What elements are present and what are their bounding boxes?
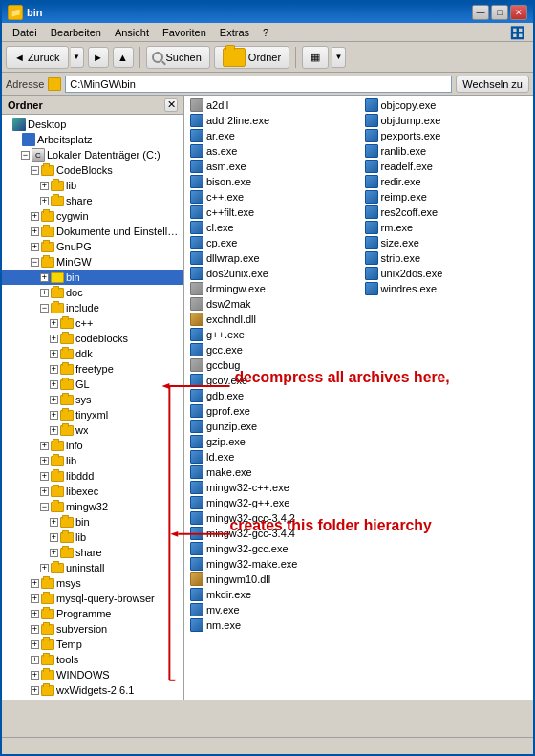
tree-item[interactable]: +msys [2,575,183,591]
file-item[interactable]: as.exe [184,143,359,159]
tree-expander-icon[interactable]: + [31,227,39,236]
file-item[interactable]: dos2unix.exe [184,266,359,281]
file-item[interactable]: mingw32-c++.exe [184,480,359,495]
file-item[interactable]: mingw32-gcc-3.4.4 [184,526,359,541]
file-item[interactable]: cl.exe [184,220,359,235]
tree-expander-icon[interactable]: + [40,182,49,190]
address-go-button[interactable]: Wechseln zu [456,76,529,93]
tree-item[interactable]: −CodeBlocks [2,162,183,178]
file-item[interactable]: asm.exe [184,159,359,174]
tree-expander-icon[interactable]: + [31,243,39,251]
tree-expander-icon[interactable]: + [31,686,39,695]
tree-item[interactable]: +lib [2,453,183,468]
view-button[interactable]: ▦ [302,46,329,69]
close-button[interactable]: ✕ [510,5,527,20]
tree-expander-icon[interactable]: + [40,197,49,205]
file-item[interactable]: mingw32-make.exe [184,556,359,572]
file-item[interactable]: pexports.exe [359,128,534,143]
tree-item[interactable]: +freetype [2,361,183,377]
tree-expander-icon[interactable]: − [40,503,49,511]
tree-item[interactable]: +doc [2,285,183,300]
file-item[interactable]: gcov.exe [184,373,359,388]
file-item[interactable]: ranlib.exe [359,143,534,159]
file-item[interactable]: objdump.exe [359,113,534,128]
file-item[interactable]: c++filt.exe [184,205,359,220]
file-item[interactable]: mingw32-gcc-3.4.2 [184,510,359,526]
tree-item[interactable]: −mingw32 [2,499,183,514]
tree-item[interactable]: +ddk [2,346,183,361]
file-item[interactable]: size.exe [359,235,534,250]
tree-expander-icon[interactable]: + [31,212,39,221]
tree-item[interactable]: +cygwin [2,208,183,224]
file-item[interactable]: dsw2mak [184,296,359,312]
menu-help[interactable]: ? [256,25,275,40]
tree-item[interactable]: +wx [2,422,183,438]
file-item[interactable]: gcc.exe [184,342,359,357]
folder-panel-close-button[interactable]: ✕ [164,98,178,112]
menu-ansicht[interactable]: Ansicht [108,25,156,40]
tree-expander-icon[interactable]: − [21,151,30,160]
tree-expander-icon[interactable]: + [31,656,39,664]
tree-item[interactable]: Arbeitsplatz [2,132,183,147]
tree-expander-icon[interactable]: − [31,166,39,175]
tree-expander-icon[interactable]: + [40,273,49,282]
tree-item[interactable]: +Temp [2,637,183,652]
menu-extras[interactable]: Extras [213,25,256,40]
tree-expander-icon[interactable]: + [31,625,39,634]
tree-item[interactable]: Desktop [2,117,183,132]
tree-item[interactable]: +libddd [2,468,183,484]
back-dropdown[interactable]: ▼ [71,47,84,68]
file-item[interactable]: objcopy.exe [359,97,534,113]
tree-item[interactable]: +libexec [2,484,183,499]
maximize-button[interactable]: □ [491,5,508,20]
tree-item[interactable]: +lib [2,529,183,545]
file-item[interactable]: res2coff.exe [359,205,534,220]
file-item[interactable]: redir.exe [359,174,534,189]
tree-item[interactable]: +WINDOWS [2,667,183,682]
file-item[interactable]: exchndl.dll [184,312,359,327]
menu-bearbeiten[interactable]: Bearbeiten [44,25,108,40]
file-item[interactable]: g++.exe [184,327,359,342]
menu-datei[interactable]: Datei [6,25,44,40]
tree-item[interactable]: +share [2,545,183,560]
forward-button[interactable]: ► [88,47,109,68]
file-item[interactable]: readelf.exe [359,159,534,174]
tree-expander-icon[interactable]: + [31,594,39,603]
tree-item[interactable]: −include [2,300,183,315]
file-item[interactable]: cp.exe [184,235,359,250]
tree-expander-icon[interactable]: + [50,365,58,374]
file-item[interactable]: c++.exe [184,189,359,205]
tree-item[interactable]: +c++ [2,315,183,331]
tree-item[interactable]: +share [2,193,183,208]
file-item[interactable]: dllwrap.exe [184,250,359,266]
tree-item[interactable]: +info [2,438,183,453]
tree-expander-icon[interactable]: + [50,319,58,328]
file-item[interactable]: mingw32-g++.exe [184,495,359,510]
file-item[interactable]: mingw32-gcc.exe [184,541,359,556]
tree-item[interactable]: +uninstall [2,560,183,575]
file-item[interactable]: rm.exe [359,220,534,235]
tree-expander-icon[interactable]: + [40,564,49,572]
file-item[interactable]: ar.exe [184,128,359,143]
tree-item[interactable]: +tools [2,652,183,667]
folder-button[interactable]: Ordner [214,46,289,69]
file-item[interactable]: make.exe [184,464,359,480]
file-item[interactable]: unix2dos.exe [359,266,534,281]
menu-favoriten[interactable]: Favoriten [156,25,213,40]
tree-expander-icon[interactable]: + [40,289,49,297]
tree-expander-icon[interactable]: + [50,350,58,358]
tree-expander-icon[interactable]: + [40,442,49,450]
tree-expander-icon[interactable]: + [40,472,49,481]
address-input[interactable]: C:\MinGW\bin [65,76,452,93]
file-item[interactable]: mkdir.exe [184,587,359,602]
file-item[interactable]: addr2line.exe [184,113,359,128]
tree-expander-icon[interactable]: + [50,518,58,527]
tree-expander-icon[interactable]: − [31,258,39,267]
tree-item[interactable]: +bin [2,514,183,529]
tree-expander-icon[interactable]: + [50,396,58,404]
tree-item[interactable]: +subversion [2,621,183,637]
file-item[interactable]: reimp.exe [359,189,534,205]
view-dropdown[interactable]: ▼ [332,47,346,68]
file-item[interactable]: gprof.exe [184,403,359,419]
file-item[interactable]: mingwm10.dll [184,572,359,587]
